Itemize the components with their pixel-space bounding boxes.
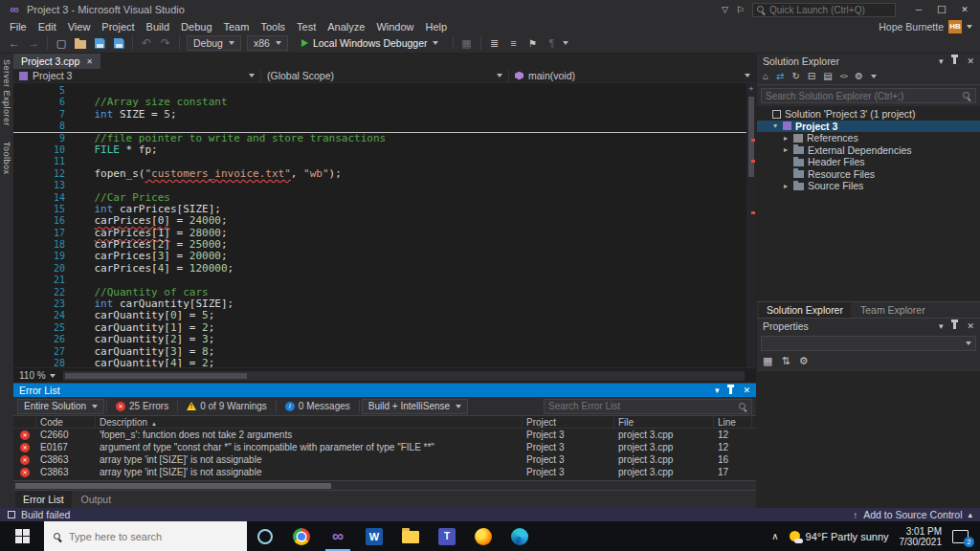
taskbar-search-box[interactable] xyxy=(44,521,247,551)
clock[interactable]: 3:01 PM 7/30/2021 xyxy=(900,526,943,547)
tree-item-references[interactable]: References xyxy=(757,132,980,144)
tree-item-project-3[interactable]: Project 3 xyxy=(757,121,980,133)
sync-with-active-document-icon[interactable] xyxy=(776,71,784,81)
firefox-button[interactable] xyxy=(465,521,501,551)
editor-hscrollbar[interactable] xyxy=(63,371,745,381)
menu-window[interactable]: Window xyxy=(370,21,419,33)
close-panel-icon[interactable] xyxy=(967,56,974,66)
edge-button[interactable] xyxy=(501,521,538,551)
code-line-10[interactable]: 10 FILE * fp; xyxy=(13,144,746,156)
error-source-dropdown[interactable]: Build + IntelliSense xyxy=(362,399,468,414)
tab-solution-explorer[interactable]: Solution Explorer xyxy=(759,302,851,318)
teams-button[interactable] xyxy=(429,521,465,551)
alphabetical-icon[interactable] xyxy=(781,355,790,367)
weather-widget[interactable]: 94°F Partly sunny xyxy=(790,531,889,542)
action-center-button[interactable]: 2 xyxy=(952,530,969,543)
solution-platform-dropdown[interactable]: x86 xyxy=(247,35,288,51)
side-tab-toolbox[interactable]: Toolbox xyxy=(2,142,11,175)
expander-icon[interactable] xyxy=(771,121,779,130)
solution-explorer-search-box[interactable] xyxy=(761,88,976,103)
show-all-files-icon[interactable] xyxy=(823,71,832,81)
start-debugging-button[interactable]: Local Windows Debugger xyxy=(295,35,445,52)
menu-debug[interactable]: Debug xyxy=(175,21,217,33)
show-hidden-icons-chevron[interactable] xyxy=(771,531,778,541)
menu-project[interactable]: Project xyxy=(96,21,140,33)
menu-tools[interactable]: Tools xyxy=(255,21,291,33)
error-list-title-bar[interactable]: Error List xyxy=(13,384,756,397)
open-file-button[interactable] xyxy=(72,34,89,52)
col-file[interactable]: File xyxy=(614,416,714,428)
show-threads-button[interactable] xyxy=(486,34,503,52)
menu-edit[interactable]: Edit xyxy=(33,21,62,33)
tree-item-resource-files[interactable]: Resource Files xyxy=(757,168,980,181)
properties-icon[interactable] xyxy=(855,71,863,81)
scope-dropdown[interactable]: (Global Scope) xyxy=(261,69,509,82)
window-position-icon[interactable] xyxy=(939,56,944,66)
menu-team[interactable]: Team xyxy=(218,21,256,33)
properties-title-bar[interactable]: Properties xyxy=(757,319,980,333)
tab-error-list[interactable]: Error List xyxy=(15,491,72,508)
close-panel-icon[interactable] xyxy=(743,386,750,395)
redo-button[interactable] xyxy=(157,34,174,52)
col-code[interactable]: Code xyxy=(36,416,96,428)
solution-configuration-dropdown[interactable]: Debug xyxy=(187,35,241,51)
code-line-7[interactable]: 7 int SIZE = 5; xyxy=(13,109,746,121)
split-editor-icon[interactable] xyxy=(746,84,756,94)
tree-item-header-files[interactable]: Header Files xyxy=(757,156,980,168)
tree-item-external-dependencies[interactable]: External Dependencies xyxy=(757,144,980,157)
close-panel-icon[interactable] xyxy=(967,321,974,331)
toolbar-overflow-icon[interactable] xyxy=(871,75,877,78)
property-pages-icon[interactable] xyxy=(799,355,809,367)
expander-icon[interactable] xyxy=(782,182,790,190)
expander-icon[interactable] xyxy=(782,134,790,143)
tab-output[interactable]: Output xyxy=(74,491,120,508)
navigate-forward-button[interactable] xyxy=(25,34,42,52)
toggle-lines-button[interactable] xyxy=(505,34,523,52)
solution-explorer-title-bar[interactable]: Solution Explorer xyxy=(757,54,980,68)
errors-filter-button[interactable]: 25 Errors xyxy=(109,399,175,414)
solution-explorer-search-input[interactable] xyxy=(766,91,962,101)
maximize-button[interactable] xyxy=(930,2,953,17)
start-button[interactable] xyxy=(0,521,44,551)
user-avatar[interactable]: HB xyxy=(948,20,962,33)
error-search-input[interactable] xyxy=(548,401,738,411)
col-project[interactable]: Project xyxy=(523,416,614,428)
tree-item-source-files[interactable]: Source Files xyxy=(757,180,980,192)
warnings-filter-button[interactable]: 0 of 9 Warnings xyxy=(180,399,274,414)
word-button[interactable] xyxy=(356,521,392,551)
window-position-icon[interactable] xyxy=(715,386,720,395)
file-explorer-button[interactable] xyxy=(392,521,429,551)
properties-object-dropdown[interactable] xyxy=(761,336,976,351)
member-dropdown[interactable]: main(void) xyxy=(509,69,756,82)
refresh-icon[interactable] xyxy=(791,71,799,81)
pin-icon[interactable] xyxy=(953,322,956,329)
collapse-all-icon[interactable] xyxy=(808,71,815,81)
col-description[interactable]: Description xyxy=(96,416,523,428)
error-search-box[interactable] xyxy=(544,399,752,414)
error-scope-dropdown[interactable]: Entire Solution xyxy=(17,399,104,414)
close-button[interactable] xyxy=(953,2,976,17)
source-control-button[interactable]: Add to Source Control xyxy=(863,509,962,520)
menu-build[interactable]: Build xyxy=(141,21,175,33)
user-name[interactable]: Hope Burnette xyxy=(879,21,944,33)
code-line-28[interactable]: 28 carQuantity[4] = 2; xyxy=(13,358,746,367)
error-list-hscrollbar[interactable] xyxy=(13,480,756,490)
chrome-button[interactable] xyxy=(283,521,320,551)
formatting-marks-button[interactable] xyxy=(544,34,561,52)
menu-file[interactable]: File xyxy=(4,21,33,33)
save-all-button[interactable] xyxy=(110,34,127,52)
project-dropdown[interactable]: Project 3 xyxy=(13,69,261,82)
editor-scrollbar[interactable] xyxy=(746,83,756,367)
code-line-12[interactable]: 12 fopen_s("customers_invoice.txt", "wb"… xyxy=(13,168,746,180)
new-file-button[interactable] xyxy=(53,34,70,52)
close-tab-icon[interactable] xyxy=(86,57,93,66)
tab-project3-cpp[interactable]: Project 3.cpp xyxy=(13,54,100,69)
attach-to-process-button[interactable] xyxy=(458,34,476,52)
menu-view[interactable]: View xyxy=(62,21,97,33)
navigate-backward-button[interactable] xyxy=(6,34,23,52)
filter-icon[interactable] xyxy=(722,5,728,14)
view-code-icon[interactable] xyxy=(840,72,847,80)
tree-item-solution-project-3-1-project[interactable]: Solution 'Project 3' (1 project) xyxy=(757,108,980,121)
tab-team-explorer[interactable]: Team Explorer xyxy=(853,302,933,318)
menu-help[interactable]: Help xyxy=(420,21,454,33)
